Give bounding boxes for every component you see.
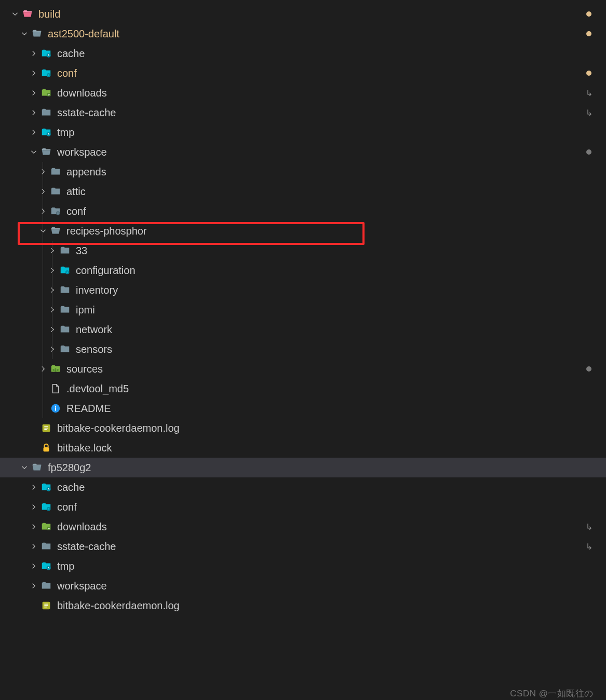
svg-rect-17 (44, 447, 49, 451)
tree-row[interactable]: configuration (0, 260, 606, 280)
tree-row[interactable]: bitbake-cookerdaemon.log (0, 418, 606, 438)
tree-item-label: bitbake-cookerdaemon.log (57, 600, 582, 612)
tree-item-label: appends (66, 166, 582, 178)
tree-item-label: configuration (76, 265, 582, 277)
svg-rect-11 (55, 407, 56, 410)
tree-row[interactable]: tmp (0, 556, 606, 576)
tree-row[interactable]: network (0, 320, 606, 339)
tree-row[interactable]: downloads↳ (0, 83, 606, 103)
symlink-icon: ↳ (586, 522, 592, 532)
tree-row[interactable]: inventory (0, 280, 606, 300)
chevron-right-icon[interactable] (47, 284, 58, 296)
chevron-right-icon[interactable] (47, 304, 58, 315)
chevron-right-icon[interactable] (28, 48, 39, 59)
tree-row[interactable]: sstate-cache↳ (0, 537, 606, 556)
tree-item-label: tmp (57, 127, 582, 139)
tree-row[interactable]: build (0, 4, 606, 24)
chevron-right-icon[interactable] (28, 87, 39, 99)
chevron-down-icon[interactable] (28, 146, 39, 158)
folder-gray-icon (41, 580, 52, 592)
tree-row[interactable]: sstate-cache↳ (0, 103, 606, 122)
chevron-right-icon[interactable] (37, 186, 49, 197)
chevron-right-icon[interactable] (37, 166, 49, 177)
lock-icon (41, 442, 52, 454)
svg-text:</>: </> (52, 368, 59, 373)
chevron-right-icon[interactable] (28, 560, 39, 572)
status-decoration (582, 31, 596, 36)
chevron-right-icon[interactable] (47, 324, 58, 335)
folder-green-down-icon (41, 87, 52, 99)
status-decoration (582, 366, 596, 372)
chevron-right-icon[interactable] (28, 482, 39, 493)
svg-point-8 (66, 271, 68, 273)
tree-row[interactable]: 33 (0, 241, 606, 260)
tree-item-label: downloads (57, 521, 582, 533)
tree-row[interactable]: README (0, 399, 606, 418)
chevron-right-icon[interactable] (28, 541, 39, 552)
folder-gray-icon (41, 541, 52, 552)
chevron-right-icon[interactable] (47, 245, 58, 256)
tree-row[interactable]: cache (0, 477, 606, 497)
tree-row[interactable]: downloads↳ (0, 517, 606, 537)
folder-pink-open-icon (22, 8, 33, 20)
tree-item-label: build (38, 8, 582, 20)
tree-item-label: ast2500-default (48, 28, 582, 40)
chevron-right-icon[interactable] (28, 67, 39, 79)
chevron-right-icon[interactable] (28, 127, 39, 138)
tree-item-label: cache (57, 482, 582, 493)
tree-row[interactable]: recipes-phosphor (0, 221, 606, 241)
chevron-right-icon[interactable] (47, 344, 58, 355)
chevron-right-icon[interactable] (28, 107, 39, 118)
folder-gray-icon (41, 107, 52, 118)
chevron-right-icon[interactable] (28, 521, 39, 532)
tree-item-label: sources (66, 363, 582, 375)
status-decoration: ↳ (582, 542, 596, 552)
tree-item-label: downloads (57, 87, 582, 99)
svg-point-20 (48, 508, 49, 510)
svg-point-12 (55, 406, 56, 407)
symlink-icon: ↳ (586, 88, 592, 98)
tree-row[interactable]: ast2500-default (0, 24, 606, 44)
status-decoration (582, 71, 596, 76)
tree-row[interactable]: appends (0, 162, 606, 182)
tree-row[interactable]: tmp (0, 122, 606, 142)
folder-teal-clock-icon (41, 482, 52, 493)
symlink-icon: ↳ (586, 542, 592, 552)
tree-item-label: bitbake-cookerdaemon.log (57, 422, 582, 434)
tree-row[interactable]: attic (0, 182, 606, 201)
tree-row[interactable]: bitbake.lock (0, 438, 606, 458)
tree-item-label: attic (66, 186, 582, 198)
tree-row[interactable]: conf (0, 497, 606, 517)
tree-row[interactable]: conf (0, 201, 606, 221)
folder-teal-gear-icon (41, 67, 52, 79)
tree-row[interactable]: bitbake-cookerdaemon.log (0, 596, 606, 615)
tree-row[interactable]: workspace (0, 142, 606, 162)
chevron-right-icon[interactable] (37, 363, 49, 375)
tree-row[interactable]: cache (0, 44, 606, 63)
tree-item-label: cache (57, 48, 582, 60)
chevron-down-icon[interactable] (9, 8, 21, 20)
chevron-down-icon[interactable] (19, 462, 30, 473)
folder-open-icon (31, 28, 43, 39)
info-icon (50, 403, 61, 414)
chevron-right-icon[interactable] (47, 265, 58, 276)
folder-gray-icon (50, 186, 61, 197)
tree-row[interactable]: workspace (0, 576, 606, 596)
tree-row[interactable]: conf (0, 63, 606, 83)
tree-row[interactable]: ipmi (0, 300, 606, 320)
chevron-right-icon[interactable] (37, 205, 49, 217)
status-decoration: ↳ (582, 522, 596, 532)
chevron-down-icon[interactable] (19, 28, 30, 39)
tree-item-label: ipmi (76, 304, 582, 316)
modified-dot-icon (586, 31, 591, 36)
chevron-right-icon[interactable] (28, 580, 39, 592)
chevron-down-icon[interactable] (37, 225, 49, 237)
tree-row[interactable]: fp5280g2 (0, 458, 606, 477)
chevron-right-icon[interactable] (28, 501, 39, 513)
tree-item-label: .devtool_md5 (66, 383, 582, 395)
tree-row[interactable]: </>sources (0, 359, 606, 379)
log-icon (41, 600, 52, 611)
tree-row[interactable]: sensors (0, 339, 606, 359)
tree-row[interactable]: .devtool_md5 (0, 379, 606, 399)
folder-teal-clock-icon (41, 560, 52, 572)
